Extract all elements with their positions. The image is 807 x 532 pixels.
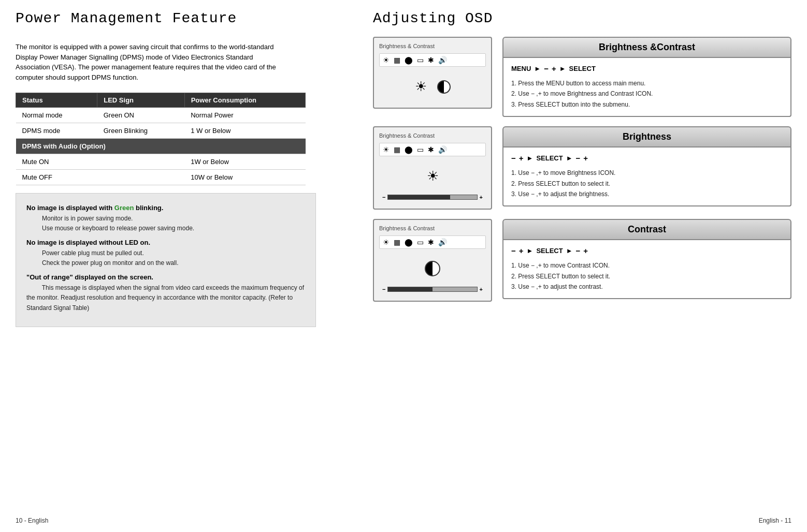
green-label: Green — [114, 204, 134, 212]
page: Power Management Feature The monitor is … — [0, 0, 807, 532]
nav-row-3: − + ► SELECT ► − + — [511, 246, 783, 255]
normal-mode-power: Normal Power — [184, 108, 305, 123]
instruction-line: 1. Use − ,+ to move Brightness ICON. — [511, 168, 783, 178]
sun-icon-2: ☀ — [383, 145, 390, 154]
brightness-contrast-title: Brightness &Contrast — [599, 42, 695, 52]
contrast-info: Contrast − + ► SELECT ► − + 1. Use − ,+ … — [502, 219, 791, 299]
note-1-sub-2: Use mouse or keyboard to release power s… — [37, 225, 194, 232]
table-row: Normal mode Green ON Normal Power — [16, 108, 306, 123]
monitor-title-2: Brightness & Contrast — [379, 132, 486, 139]
instructions-1: 1. Press the MENU button to access main … — [511, 78, 783, 110]
nav-dash-1: − — [544, 64, 549, 73]
sun-icon-3: ☀ — [383, 238, 390, 246]
nav-row-1: MENU ► − + ► SELECT — [511, 64, 783, 73]
mute-on-status: Mute ON — [16, 154, 97, 170]
dot-icon-3: ⬤ — [405, 238, 413, 246]
wrench-icon-3: ✱ — [428, 238, 434, 246]
brightness-header: Brightness — [502, 126, 791, 147]
table-header-row: Status LED Sign Power Consumption — [16, 93, 306, 108]
power-table: Status LED Sign Power Consumption Normal… — [16, 93, 306, 185]
nav-arrow-right-5: ► — [527, 247, 534, 255]
instruction-line: 3. Use − ,+ to adjust the brightness. — [511, 189, 783, 199]
note-1-sub-1: Monitor is in power saving mode. — [37, 215, 133, 222]
note-2: No image is displayed without LED on. Po… — [26, 238, 305, 268]
bar-plus-icon-3: + — [480, 286, 483, 292]
normal-mode-status: Normal mode — [16, 108, 97, 123]
speaker-icon: 🔊 — [438, 56, 447, 64]
speaker-icon-2: 🔊 — [438, 145, 447, 154]
note-3-heading: "Out of range" displayed on the screen. — [26, 273, 153, 281]
nav-arrow-right-1: ► — [534, 65, 541, 72]
display-icon: ▭ — [417, 56, 424, 64]
note-1-heading: No image is displayed with Green blinkin… — [26, 204, 163, 212]
contrast-bar — [387, 287, 477, 292]
nav-arrow-right-2: ► — [559, 65, 566, 72]
menu-label: MENU — [511, 65, 531, 72]
col-status: Status — [16, 93, 97, 108]
instruction-line: 1. Use − ,+ to move Contrast ICON. — [511, 260, 783, 271]
instruction-line: 3. Press SELECT button into the submenu. — [511, 99, 783, 110]
nav-arrow-right-3: ► — [527, 154, 534, 162]
bar-minus-icon-3: − — [382, 286, 385, 292]
contrast-bar-container: − + — [382, 286, 483, 292]
monitor-content-3 — [379, 253, 486, 284]
note-1: No image is displayed with Green blinkin… — [26, 203, 305, 233]
grid-icon-2: ▦ — [394, 145, 400, 154]
dpms-mode-led: Green Blinking — [97, 123, 184, 139]
brightness-sun-icon: ☀ — [415, 79, 427, 95]
monitor-content-1: ☀ — [379, 71, 486, 102]
mute-on-power: 1W or Below — [184, 154, 305, 170]
note-2-sub-1: Power cable plug must be pulled out. — [37, 249, 144, 257]
normal-mode-led: Green ON — [97, 108, 184, 123]
led-label: LED — [125, 239, 138, 246]
dpms-mode-status: DPMS mode — [16, 123, 97, 139]
monitor-icon-bar-1: ☀ ▦ ⬤ ▭ ✱ 🔊 — [379, 53, 486, 67]
monitor-title-3: Brightness & Contrast — [379, 225, 486, 231]
instruction-line: 3. Use − ,+ to adjust the contrast. — [511, 282, 783, 292]
instructions-2: 1. Use − ,+ to move Brightness ICON. 2. … — [511, 168, 783, 199]
mute-on-led — [97, 154, 184, 170]
nav-dash-right-2: − — [576, 154, 581, 162]
contrast-header: Contrast — [502, 219, 791, 240]
table-row: DPMS mode Green Blinking 1 W or Below — [16, 123, 306, 139]
right-column: Adjusting OSD Brightness & Contrast ☀ ▦ … — [368, 10, 791, 522]
select-label-2: SELECT — [536, 154, 563, 162]
mute-off-led — [97, 170, 184, 185]
note-3: "Out of range" displayed on the screen. … — [26, 272, 305, 313]
brightness-bar — [387, 195, 477, 200]
brightness-contrast-info: Brightness &Contrast MENU ► − + ► SELECT… — [502, 37, 791, 117]
sun-icon: ☀ — [383, 56, 390, 64]
nav-dash-right-3: − — [576, 246, 581, 255]
wrench-icon: ✱ — [428, 56, 434, 64]
brightness-body: − + ► SELECT ► − + 1. Use − ,+ to move B… — [502, 147, 791, 206]
monitor-title-1: Brightness & Contrast — [379, 43, 486, 49]
right-page-title: Adjusting OSD — [373, 10, 791, 26]
bar-plus-icon: + — [480, 194, 483, 200]
monitor-mockup-2: Brightness & Contrast ☀ ▦ ⬤ ▭ ✱ 🔊 ☀ − + — [373, 126, 492, 210]
brightness-section: Brightness & Contrast ☀ ▦ ⬤ ▭ ✱ 🔊 ☀ − + — [373, 126, 791, 210]
dpms-mode-power: 1 W or Below — [184, 123, 305, 139]
left-page-title: Power Management Feature — [16, 10, 357, 26]
col-led: LED Sign — [97, 93, 184, 108]
nav-dash-left-2: − — [511, 154, 516, 162]
monitor-mockup-3: Brightness & Contrast ☀ ▦ ⬤ ▭ ✱ 🔊 − + — [373, 219, 492, 302]
grid-icon-3: ▦ — [394, 238, 400, 246]
dot-icon-2: ⬤ — [405, 145, 413, 154]
contrast-section: Brightness & Contrast ☀ ▦ ⬤ ▭ ✱ 🔊 − + — [373, 219, 791, 302]
brightness-contrast-section: Brightness & Contrast ☀ ▦ ⬤ ▭ ✱ 🔊 ☀ Brig… — [373, 37, 791, 117]
contrast-half-circle — [437, 80, 451, 94]
monitor-icon-bar-3: ☀ ▦ ⬤ ▭ ✱ 🔊 — [379, 235, 486, 249]
mute-off-power: 10W or Below — [184, 170, 305, 185]
display-icon-3: ▭ — [417, 238, 424, 246]
monitor-mockup-1: Brightness & Contrast ☀ ▦ ⬤ ▭ ✱ 🔊 ☀ — [373, 37, 492, 109]
speaker-icon-3: 🔊 — [438, 238, 447, 246]
note-2-sub-2: Check the power plug on monitor and on t… — [37, 259, 179, 267]
dot-icon: ⬤ — [405, 56, 413, 64]
footer-right: English - 11 — [759, 517, 791, 524]
nav-plus-left-3: + — [519, 246, 524, 255]
wrench-icon-2: ✱ — [428, 145, 434, 154]
nav-arrow-right-6: ► — [566, 247, 573, 255]
instruction-line: 2. Press SELECT button to select it. — [511, 271, 783, 282]
contrast-half-circle-3 — [425, 261, 440, 276]
grid-icon: ▦ — [394, 56, 400, 64]
